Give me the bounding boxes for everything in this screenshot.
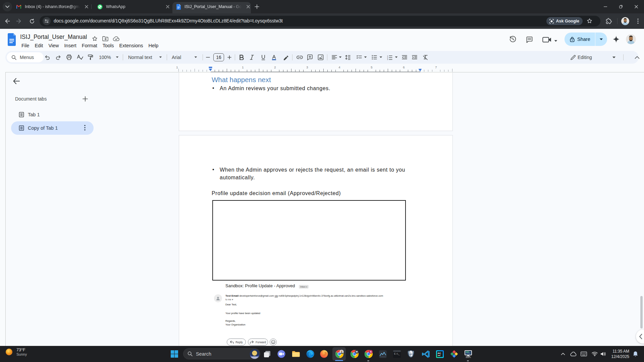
font-size-decrease-icon[interactable] [204, 51, 212, 64]
screenshot-image-placeholder[interactable] [212, 200, 406, 281]
back-icon[interactable] [3, 17, 11, 25]
document-page-2[interactable]: • When the Admin approves or rejects the… [179, 135, 453, 346]
sidebar-item-copy-of-tab1[interactable]: Copy of Tab 1 [11, 121, 94, 135]
move-folder-icon[interactable] [102, 36, 108, 42]
undo-icon[interactable] [42, 51, 52, 64]
print-icon[interactable] [64, 51, 74, 64]
insert-image-icon[interactable] [316, 51, 326, 64]
align-caret[interactable] [337, 51, 343, 64]
menus-search-button[interactable]: Menus [7, 52, 44, 62]
menu-help[interactable]: Help [146, 42, 161, 49]
menu-edit[interactable]: Edit [32, 42, 46, 49]
paint-format-icon[interactable] [85, 51, 95, 64]
zoom-select-caret[interactable] [114, 51, 120, 64]
forward-icon[interactable] [15, 17, 23, 25]
wifi-icon[interactable] [592, 352, 598, 356]
new-tab-button[interactable] [254, 3, 260, 10]
browser-tab-2[interactable]: WhatsApp [94, 0, 170, 13]
numbered-list-icon[interactable]: 123 [386, 51, 394, 64]
document-page-1[interactable]: What happens next • An Admin reviews you… [179, 72, 453, 131]
version-history-icon[interactable] [509, 35, 517, 43]
tab-close-icon[interactable] [165, 4, 170, 9]
tab-close-icon[interactable] [246, 4, 251, 9]
ruler-indent-marker-left[interactable] [208, 67, 213, 71]
tab-options-icon[interactable] [84, 125, 86, 131]
clear-formatting-icon[interactable] [420, 51, 430, 64]
close-tabs-panel-icon[interactable] [12, 77, 20, 85]
tab-close-icon[interactable] [84, 4, 89, 9]
add-tab-button[interactable] [82, 96, 88, 102]
font-size-value[interactable]: 16 [213, 53, 224, 61]
docs-profile-avatar[interactable] [626, 34, 636, 44]
font-size-increase-icon[interactable] [225, 51, 234, 64]
menu-view[interactable]: View [46, 42, 61, 49]
paragraph-style-select-caret[interactable] [157, 51, 164, 64]
document-title[interactable]: ISIJ_Portal_User_Manual [20, 34, 87, 41]
line-spacing-icon[interactable] [343, 51, 353, 64]
spellcheck-icon[interactable] [75, 51, 85, 64]
reload-icon[interactable] [28, 17, 36, 25]
onedrive-icon[interactable] [570, 352, 577, 356]
browser-tab-3[interactable]: ISIJ_Portal_User_Manual - Goog [172, 0, 251, 13]
share-dropdown[interactable] [595, 33, 607, 46]
side-panel-toggle-button[interactable] [636, 329, 644, 344]
zoom-select[interactable]: 100% [99, 51, 111, 64]
insert-link-icon[interactable] [294, 51, 305, 64]
sidebar-item-tab1[interactable]: Tab 1 [11, 108, 94, 121]
checklist-icon[interactable] [355, 51, 363, 64]
share-button[interactable]: Share [565, 33, 607, 46]
underline-icon[interactable] [258, 51, 268, 64]
paragraph-style-select[interactable]: Normal text [128, 51, 152, 64]
cloud-status-icon[interactable] [113, 36, 120, 42]
notification-bell-icon[interactable] [633, 351, 638, 357]
document-scrollbar[interactable] [640, 296, 643, 328]
url-text[interactable]: docs.google.com/document/d/1Q8xj6S6o31Qg… [54, 18, 283, 23]
indent-icon[interactable] [410, 51, 420, 64]
volume-icon[interactable] [600, 352, 606, 356]
text-color-icon[interactable] [269, 51, 279, 64]
italic-icon[interactable] [247, 51, 257, 64]
bookmark-star-icon[interactable] [587, 18, 592, 24]
bullet-list-caret[interactable] [378, 51, 383, 64]
redo-icon[interactable] [53, 51, 63, 64]
menu-insert[interactable]: Insert [62, 42, 79, 49]
gemini-icon[interactable] [612, 35, 621, 44]
outdent-icon[interactable] [399, 51, 410, 64]
tab-search-icon[interactable] [3, 2, 12, 11]
site-info-icon[interactable] [43, 17, 51, 25]
meet-video-icon[interactable] [542, 36, 551, 43]
add-comment-icon[interactable] [305, 51, 315, 64]
star-document-icon[interactable] [92, 36, 98, 42]
window-minimize-button[interactable] [598, 0, 613, 13]
touch-keyboard-icon[interactable] [581, 352, 587, 356]
extensions-icon[interactable] [605, 17, 613, 25]
ask-google-button[interactable]: Ask Google [546, 17, 583, 25]
menu-tools[interactable]: Tools [100, 42, 117, 49]
menu-format[interactable]: Format [79, 42, 100, 49]
address-bar[interactable]: docs.google.com/document/d/1Q8xj6S6o31Qg… [40, 16, 600, 26]
bullet-list-icon[interactable] [370, 51, 378, 64]
meet-caret-icon[interactable] [553, 39, 558, 43]
numbered-list-caret[interactable] [393, 51, 399, 64]
font-select-caret[interactable] [192, 51, 199, 64]
collapse-toolbar-icon[interactable] [635, 56, 640, 59]
lock-icon [570, 37, 575, 42]
window-close-button[interactable] [629, 0, 644, 13]
ruler-indent-marker-right[interactable] [418, 69, 422, 72]
menu-file[interactable]: File [19, 42, 32, 49]
docs-logo[interactable] [7, 33, 16, 46]
share-button-main[interactable]: Share [565, 33, 595, 46]
comments-icon[interactable] [525, 36, 533, 44]
bold-icon[interactable] [236, 51, 247, 64]
window-maximize-button[interactable] [613, 0, 629, 13]
browser-profile-avatar[interactable] [621, 17, 629, 25]
checklist-caret[interactable] [363, 51, 368, 64]
font-select[interactable]: Arial [172, 51, 181, 64]
editing-mode-label[interactable]: Editing [578, 55, 592, 60]
menu-extensions[interactable]: Extensions [117, 42, 146, 49]
browser-tab-1[interactable]: Inbox (4) - ishann.tforce@gmai [13, 0, 89, 13]
tray-clock[interactable]: 11:35 AM 12/4/2025 [611, 349, 629, 359]
highlight-color-icon[interactable] [281, 51, 291, 64]
tray-chevron-icon[interactable] [559, 352, 567, 356]
browser-menu-icon[interactable] [634, 17, 642, 25]
